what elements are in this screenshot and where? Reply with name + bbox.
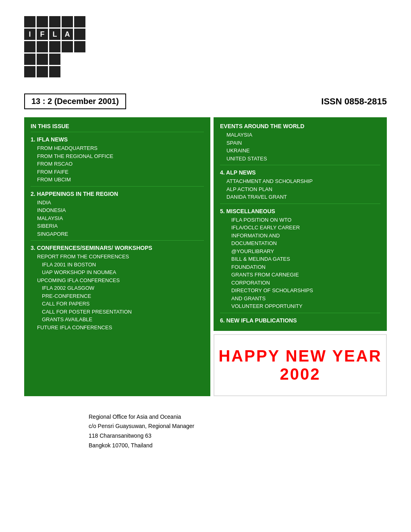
logo-cell [37, 66, 48, 77]
toc-india: INDIA [37, 199, 204, 207]
logo-grid: I F L A [24, 16, 85, 77]
section5-header: 5. MISCELLANEOUS [220, 208, 380, 214]
issue-text: 13 : 2 (December 2001) [31, 97, 119, 106]
logo-area: I F L A [24, 16, 387, 77]
page: I F L A [0, 0, 411, 532]
toc-from-rscao: FROM RSCAO [37, 160, 204, 168]
section6-label: NEW IFLA PUBLICATIONS [226, 317, 297, 324]
main-content: IN THIS ISSUE 1. IFLA NEWS FROM HEADQUAR… [24, 117, 387, 396]
section4-label: ALP NEWS [226, 169, 256, 176]
footer-line4: Bangkok 10700, Thailand [89, 441, 387, 451]
toc-call-papers: CALL FOR PAPERS [42, 300, 204, 308]
logo-cell [49, 41, 60, 52]
footer-line1: Regional Office for Asia and Oceania [89, 412, 387, 422]
happy-new-year-text: HAPPY NEW YEAR 2002 [214, 339, 386, 391]
logo-cell [24, 54, 35, 65]
misc-carnegie1: GRANTS FROM CARNEGIE [231, 271, 380, 279]
section2-header: 2. HAPPENINGS IN THE REGION [31, 191, 204, 197]
toc-uap-noumea: UAP WORKSHOP IN NOUMEA [42, 268, 204, 276]
misc-directory1: DIRECTORY OF SCHOLARSHIPS [231, 287, 380, 295]
misc-gates2: FOUNDATION [231, 263, 380, 271]
logo-letter-a: A [62, 29, 73, 40]
misc-info2: DOCUMENTATION [231, 239, 380, 247]
divider [220, 204, 380, 204]
toc-from-hq: FROM HEADQUARTERS [37, 144, 204, 152]
logo-cell [74, 41, 85, 52]
toc-indonesia: INDONESIA [37, 206, 204, 214]
misc-gates1: BILL & MELINDA GATES [231, 255, 380, 263]
issue-box: 13 : 2 (December 2001) [24, 94, 126, 109]
section3-num: 3. [31, 245, 35, 251]
section3-label: CONFERENCES/SEMINARS/ WORKSHOPS [37, 245, 152, 251]
misc-oclc: IFLA/OCLC EARLY CAREER [231, 224, 380, 232]
toc-upcoming-conferences: UPCOMING IFLA CONFERENCES [37, 276, 204, 285]
alp-attachment: ATTACHMENT AND SCHOLARSHIP [226, 177, 380, 185]
happy-new-year-box: HAPPY NEW YEAR 2002 [214, 334, 387, 396]
section4-num: 4. [220, 169, 225, 176]
toc-from-ubcim: FROM UBCIM [37, 176, 204, 184]
logo-letter-l: L [49, 29, 60, 40]
toc-pre-conference: PRE-CONFERENCE [42, 292, 204, 300]
misc-directory2: AND GRANTS [231, 295, 380, 303]
events-header: EVENTS AROUND THE WORLD [220, 123, 380, 129]
section6-num: 6. [220, 317, 225, 324]
section2-label: HAPPENINGS IN THE REGION [37, 191, 118, 197]
issn-box: ISSN 0858-2815 [321, 94, 387, 109]
section1-num: 1. [31, 136, 35, 143]
section6-header: 6. NEW IFLA PUBLICATIONS [220, 317, 380, 324]
in-this-issue-header: IN THIS ISSUE [31, 123, 204, 129]
logo-cell [24, 16, 35, 27]
toc-malaysia: MALAYSIA [37, 214, 204, 222]
toc-from-faife: FROM FAIFE [37, 168, 204, 176]
alp-action-plan: ALP ACTION PLAN [226, 185, 380, 193]
toc-ifla-boston: IFLA 2001 IN BOSTON [42, 261, 204, 269]
misc-volunteer: VOLUNTEER OPPORTUNITY [231, 302, 380, 310]
logo-cell [37, 41, 48, 52]
misc-info1: INFORMATION AND [231, 232, 380, 240]
toc-ifla-glasgow: IFLA 2002 GLASGOW [42, 284, 204, 292]
toc-from-regional: FROM THE REGIONAL OFFICE [37, 152, 204, 160]
divider [31, 186, 204, 187]
footer-line2: c/o Pensri Guaysuwan, Regional Manager [89, 422, 387, 431]
left-column: IN THIS ISSUE 1. IFLA NEWS FROM HEADQUAR… [24, 117, 210, 396]
toc-siberia: SIBERIA [37, 222, 204, 230]
section5-label: MISCELLANEOUS [226, 208, 275, 214]
logo-cell [37, 54, 48, 65]
event-ukraine: UKRAINE [226, 147, 380, 155]
ifla-logo: I F L A [24, 16, 85, 77]
logo-cell [74, 29, 85, 40]
logo-cell-empty [62, 66, 73, 77]
right-top-panel: EVENTS AROUND THE WORLD MALAYSIA SPAIN U… [214, 117, 387, 331]
section2-num: 2. [31, 191, 35, 197]
logo-cell [62, 41, 73, 52]
divider [31, 240, 204, 241]
event-us: UNITED STATES [226, 155, 380, 163]
header-row: 13 : 2 (December 2001) ISSN 0858-2815 [24, 94, 387, 109]
misc-wto: IFLA POSITION ON WTO [231, 216, 380, 224]
footer-line3: 118 Charansanitwong 63 [89, 431, 387, 441]
toc-future-conferences: FUTURE IFLA CONFERENCES [37, 324, 204, 332]
misc-yourlibrary: @YOURLIBRARY [231, 247, 380, 256]
toc-singapore: SINGAPORE [37, 230, 204, 238]
section1-header: 1. IFLA NEWS [31, 136, 204, 143]
toc-grants-available: GRANTS AVAILABLE [42, 316, 204, 324]
logo-cell-empty [74, 66, 85, 77]
logo-cell [49, 54, 60, 65]
logo-letter-f: F [37, 29, 48, 40]
toc-report-conferences: REPORT FROM THE CONFERENCES [37, 253, 204, 261]
logo-cell-empty [62, 54, 73, 65]
event-malaysia: MALAYSIA [226, 131, 380, 139]
logo-letter-i: I [24, 29, 35, 40]
event-spain: SPAIN [226, 139, 380, 147]
logo-cell [62, 16, 73, 27]
section3-header: 3. CONFERENCES/SEMINARS/ WORKSHOPS [31, 245, 204, 251]
logo-cell [49, 16, 60, 27]
misc-carnegie2: CORPORATION [231, 279, 380, 287]
right-column: EVENTS AROUND THE WORLD MALAYSIA SPAIN U… [214, 117, 387, 396]
logo-cell [24, 41, 35, 52]
alp-danida: DANIDA TRAVEL GRANT [226, 193, 380, 201]
section5-num: 5. [220, 208, 225, 214]
section1-label: IFLA NEWS [37, 136, 68, 143]
logo-cell-empty [74, 54, 85, 65]
logo-cell [24, 66, 35, 77]
